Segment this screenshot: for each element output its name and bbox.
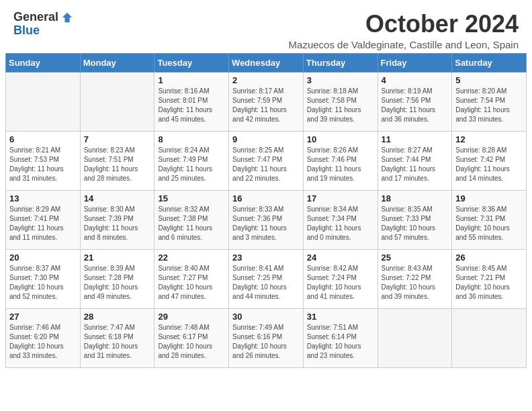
day-detail: Sunrise: 8:37 AMSunset: 7:30 PMDaylight:… [9, 264, 77, 302]
day-number: 21 [84, 253, 151, 263]
calendar-cell [378, 308, 452, 367]
calendar-cell: 24Sunrise: 8:42 AMSunset: 7:24 PMDayligh… [303, 249, 378, 308]
day-number: 18 [382, 193, 449, 203]
calendar-cell: 26Sunrise: 8:45 AMSunset: 7:21 PMDayligh… [452, 249, 527, 308]
day-number: 24 [307, 253, 374, 263]
weekday-header: Wednesday [229, 53, 304, 72]
calendar-wrapper: SundayMondayTuesdayWednesdayThursdayFrid… [0, 53, 532, 373]
day-detail: Sunrise: 8:41 AMSunset: 7:25 PMDaylight:… [232, 264, 300, 302]
day-detail: Sunrise: 8:27 AMSunset: 7:44 PMDaylight:… [382, 146, 449, 183]
calendar-week-row: 13Sunrise: 8:29 AMSunset: 7:41 PMDayligh… [6, 190, 527, 249]
calendar-cell: 2Sunrise: 8:17 AMSunset: 7:59 PMDaylight… [229, 72, 304, 131]
day-detail: Sunrise: 8:18 AMSunset: 7:58 PMDaylight:… [307, 87, 374, 124]
calendar-cell: 4Sunrise: 8:19 AMSunset: 7:56 PMDaylight… [378, 72, 452, 131]
month-title: October 2024 [289, 11, 519, 38]
day-number: 1 [158, 75, 225, 85]
day-number: 31 [307, 312, 374, 322]
calendar-cell: 31Sunrise: 7:51 AMSunset: 6:14 PMDayligh… [303, 308, 378, 367]
calendar-cell: 20Sunrise: 8:37 AMSunset: 7:30 PMDayligh… [6, 249, 81, 308]
calendar-cell [6, 72, 81, 131]
weekday-header: Thursday [303, 53, 378, 72]
day-number: 3 [307, 75, 374, 85]
calendar-cell: 21Sunrise: 8:39 AMSunset: 7:28 PMDayligh… [80, 249, 154, 308]
calendar-cell: 16Sunrise: 8:33 AMSunset: 7:36 PMDayligh… [229, 190, 304, 249]
calendar-cell: 30Sunrise: 7:49 AMSunset: 6:16 PMDayligh… [229, 308, 304, 367]
day-number: 9 [232, 134, 300, 144]
day-detail: Sunrise: 8:39 AMSunset: 7:28 PMDaylight:… [84, 264, 151, 302]
weekday-row: SundayMondayTuesdayWednesdayThursdayFrid… [6, 53, 527, 72]
day-detail: Sunrise: 8:33 AMSunset: 7:36 PMDaylight:… [232, 205, 300, 242]
calendar-cell [80, 72, 154, 131]
day-detail: Sunrise: 7:49 AMSunset: 6:16 PMDaylight:… [232, 323, 300, 361]
calendar-cell: 8Sunrise: 8:24 AMSunset: 7:49 PMDaylight… [154, 131, 229, 190]
day-number: 28 [84, 312, 151, 322]
calendar-cell [452, 308, 527, 367]
day-detail: Sunrise: 8:29 AMSunset: 7:41 PMDaylight:… [9, 205, 77, 242]
weekday-header: Sunday [6, 53, 81, 72]
page-container: General Blue October 2024 Mazuecos de Va… [0, 0, 532, 373]
day-detail: Sunrise: 8:40 AMSunset: 7:27 PMDaylight:… [158, 264, 225, 302]
day-number: 13 [9, 193, 77, 203]
calendar-cell: 25Sunrise: 8:43 AMSunset: 7:22 PMDayligh… [378, 249, 452, 308]
day-detail: Sunrise: 8:35 AMSunset: 7:33 PMDaylight:… [382, 205, 449, 242]
logo-blue-text: Blue [13, 24, 40, 38]
calendar-header: SundayMondayTuesdayWednesdayThursdayFrid… [6, 53, 527, 72]
day-number: 6 [9, 134, 77, 144]
day-number: 30 [232, 312, 300, 322]
calendar-cell: 14Sunrise: 8:30 AMSunset: 7:39 PMDayligh… [80, 190, 154, 249]
calendar-cell: 10Sunrise: 8:26 AMSunset: 7:46 PMDayligh… [303, 131, 378, 190]
day-detail: Sunrise: 8:30 AMSunset: 7:39 PMDaylight:… [84, 205, 151, 242]
title-block: October 2024 Mazuecos de Valdeginate, Ca… [289, 11, 519, 50]
subtitle: Mazuecos de Valdeginate, Castille and Le… [289, 39, 519, 50]
calendar-table: SundayMondayTuesdayWednesdayThursdayFrid… [5, 53, 527, 368]
day-detail: Sunrise: 8:32 AMSunset: 7:38 PMDaylight:… [158, 205, 225, 242]
day-number: 16 [232, 193, 300, 203]
day-number: 27 [9, 312, 77, 322]
calendar-cell: 23Sunrise: 8:41 AMSunset: 7:25 PMDayligh… [229, 249, 304, 308]
day-detail: Sunrise: 8:36 AMSunset: 7:31 PMDaylight:… [455, 205, 523, 242]
day-detail: Sunrise: 8:16 AMSunset: 8:01 PMDaylight:… [158, 87, 225, 124]
day-detail: Sunrise: 8:21 AMSunset: 7:53 PMDaylight:… [9, 146, 77, 183]
day-number: 20 [9, 253, 77, 263]
calendar-week-row: 1Sunrise: 8:16 AMSunset: 8:01 PMDaylight… [6, 72, 527, 131]
day-detail: Sunrise: 7:47 AMSunset: 6:18 PMDaylight:… [84, 323, 151, 361]
calendar-cell: 1Sunrise: 8:16 AMSunset: 8:01 PMDaylight… [154, 72, 229, 131]
day-number: 22 [158, 253, 225, 263]
calendar-cell: 5Sunrise: 8:20 AMSunset: 7:54 PMDaylight… [452, 72, 527, 131]
calendar-cell: 7Sunrise: 8:23 AMSunset: 7:51 PMDaylight… [80, 131, 154, 190]
day-number: 12 [455, 134, 523, 144]
logo-icon [61, 11, 73, 24]
day-detail: Sunrise: 8:20 AMSunset: 7:54 PMDaylight:… [455, 87, 523, 124]
day-detail: Sunrise: 8:25 AMSunset: 7:47 PMDaylight:… [232, 146, 300, 183]
day-detail: Sunrise: 8:28 AMSunset: 7:42 PMDaylight:… [455, 146, 523, 183]
day-detail: Sunrise: 7:51 AMSunset: 6:14 PMDaylight:… [307, 323, 374, 361]
calendar-cell: 15Sunrise: 8:32 AMSunset: 7:38 PMDayligh… [154, 190, 229, 249]
day-number: 7 [84, 134, 151, 144]
logo-general-text: General [13, 11, 58, 24]
day-detail: Sunrise: 8:45 AMSunset: 7:21 PMDaylight:… [455, 264, 523, 302]
calendar-cell: 6Sunrise: 8:21 AMSunset: 7:53 PMDaylight… [6, 131, 81, 190]
calendar-cell: 19Sunrise: 8:36 AMSunset: 7:31 PMDayligh… [452, 190, 527, 249]
calendar-week-row: 6Sunrise: 8:21 AMSunset: 7:53 PMDaylight… [6, 131, 527, 190]
day-detail: Sunrise: 7:48 AMSunset: 6:17 PMDaylight:… [158, 323, 225, 361]
day-detail: Sunrise: 8:23 AMSunset: 7:51 PMDaylight:… [84, 146, 151, 183]
day-detail: Sunrise: 7:46 AMSunset: 6:20 PMDaylight:… [9, 323, 77, 361]
day-number: 23 [232, 253, 300, 263]
weekday-header: Monday [80, 53, 154, 72]
day-number: 8 [158, 134, 225, 144]
day-detail: Sunrise: 8:24 AMSunset: 7:49 PMDaylight:… [158, 146, 225, 183]
calendar-cell: 12Sunrise: 8:28 AMSunset: 7:42 PMDayligh… [452, 131, 527, 190]
day-number: 11 [382, 134, 449, 144]
calendar-cell: 29Sunrise: 7:48 AMSunset: 6:17 PMDayligh… [154, 308, 229, 367]
day-number: 14 [84, 193, 151, 203]
calendar-cell: 17Sunrise: 8:34 AMSunset: 7:34 PMDayligh… [303, 190, 378, 249]
day-number: 5 [455, 75, 523, 85]
day-number: 26 [455, 253, 523, 263]
day-number: 19 [455, 193, 523, 203]
calendar-cell: 9Sunrise: 8:25 AMSunset: 7:47 PMDaylight… [229, 131, 304, 190]
day-number: 17 [307, 193, 374, 203]
day-number: 29 [158, 312, 225, 322]
calendar-cell: 11Sunrise: 8:27 AMSunset: 7:44 PMDayligh… [378, 131, 452, 190]
calendar-week-row: 20Sunrise: 8:37 AMSunset: 7:30 PMDayligh… [6, 249, 527, 308]
day-detail: Sunrise: 8:34 AMSunset: 7:34 PMDaylight:… [307, 205, 374, 242]
